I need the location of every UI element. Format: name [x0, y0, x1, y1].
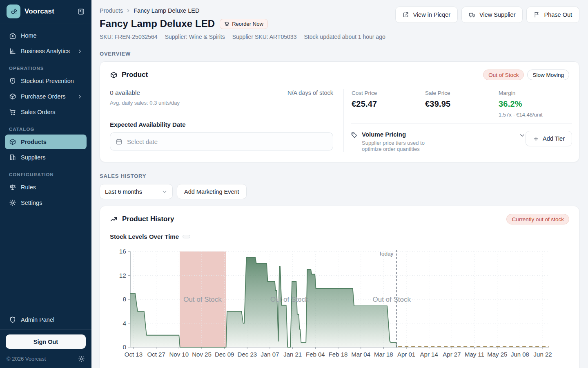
add-tier-button[interactable]: Add Tier: [526, 131, 572, 146]
chevron-right-icon: [77, 94, 82, 99]
chevron-right-icon: [77, 49, 82, 54]
volume-pricing-subtitle: Supplier price tiers used to optimize or…: [362, 140, 425, 152]
add-marketing-event-label: Add Marketing Event: [184, 188, 239, 195]
sidebar-item-rules[interactable]: Rules: [5, 180, 87, 195]
available-count: 0 available: [110, 89, 140, 96]
chart-title: Stock Levels Over Time: [110, 233, 179, 240]
view-supplier-label: View Supplier: [479, 11, 515, 18]
brand-name: Voorcast: [24, 7, 54, 16]
svg-text:Nov 10: Nov 10: [169, 351, 189, 358]
truck-icon: [469, 11, 476, 18]
sidebar-item-sales-orders[interactable]: Sales Orders: [5, 105, 87, 119]
svg-text:Jun 08: Jun 08: [511, 351, 529, 358]
volume-pricing-title: Volume Pricing: [362, 131, 406, 138]
svg-text:May 11: May 11: [465, 351, 484, 358]
expected-date-input[interactable]: Select date: [110, 132, 333, 150]
svg-text:12: 12: [119, 272, 126, 279]
svg-text:Mar 18: Mar 18: [374, 351, 393, 358]
sidebar-item-purchase-orders[interactable]: Purchase Orders: [5, 89, 87, 104]
package-icon: [110, 71, 118, 79]
reorder-now-badge[interactable]: Reorder Now: [220, 19, 268, 29]
svg-text:Feb 04: Feb 04: [306, 351, 325, 358]
svg-text:Jan 21: Jan 21: [283, 351, 302, 358]
voorcast-logo-icon: [7, 4, 20, 18]
svg-text:Today: Today: [379, 251, 393, 257]
time-range-select[interactable]: Last 6 months: [100, 184, 173, 199]
avg-daily-sales: Avg. daily sales: 0.3 units/day: [110, 100, 333, 106]
shield-icon: [9, 316, 16, 323]
sidebar-item-label: Settings: [21, 200, 42, 206]
add-marketing-event-button[interactable]: Add Marketing Event: [177, 184, 247, 199]
sidebar-item-label: Sales Orders: [21, 109, 56, 115]
external-link-icon: [403, 11, 409, 18]
date-input-placeholder: Select date: [127, 138, 158, 145]
svg-text:Out of Stock: Out of Stock: [183, 296, 222, 303]
sign-out-section: Sign Out: [0, 329, 91, 349]
sidebar-footer: © 2026 Voorcast: [0, 349, 91, 368]
breadcrumb-products-link[interactable]: Products: [100, 7, 123, 14]
sidebar-item-settings[interactable]: Settings: [5, 195, 87, 210]
sidebar-item-products[interactable]: Products: [5, 135, 87, 149]
svg-text:Feb 18: Feb 18: [329, 351, 348, 358]
expected-availability-label: Expected Availability Date: [110, 121, 333, 128]
sidebar-item-label: Stockout Prevention: [21, 78, 74, 84]
view-supplier-button[interactable]: View Supplier: [461, 7, 523, 23]
svg-text:Apr 01: Apr 01: [397, 351, 415, 358]
overview-section-label: OVERVIEW: [100, 51, 579, 57]
chevron-down-icon[interactable]: [519, 132, 526, 139]
admin-panel-label: Admin Panel: [21, 316, 54, 323]
tag-icon: [351, 132, 358, 139]
svg-text:May 25: May 25: [487, 351, 507, 358]
svg-text:Jan 07: Jan 07: [261, 351, 279, 358]
svg-text:16: 16: [119, 248, 126, 255]
sign-out-button[interactable]: Sign Out: [6, 334, 86, 349]
sidebar-item-label: Rules: [21, 184, 36, 191]
sidebar: Voorcast Home Business Analytics OPERATI…: [0, 0, 91, 368]
stock-levels-chart: 0481216Oct 13Oct 27Nov 10Nov 25Dec 09Dec…: [110, 246, 570, 364]
supplier-text: Supplier: Wine & Spirits: [165, 34, 225, 40]
svg-text:Nov 25: Nov 25: [192, 351, 212, 358]
svg-text:Mar 04: Mar 04: [351, 351, 370, 358]
calendar-icon: [116, 138, 122, 145]
sidebar-item-home[interactable]: Home: [5, 28, 87, 43]
margin-stat: Margin 36.2% 1.57x · €14.48/unit: [499, 90, 572, 118]
theme-toggle-sun-icon[interactable]: [78, 355, 85, 362]
svg-text:Jun 22: Jun 22: [534, 351, 552, 358]
view-in-picqer-button[interactable]: View in Picqer: [395, 7, 458, 23]
svg-text:4: 4: [122, 320, 126, 327]
sale-price-value: €39.95: [425, 99, 499, 109]
cost-price-value: €25.47: [352, 99, 425, 109]
cost-price-stat: Cost Price €25.47: [352, 90, 425, 118]
chart-mini-toggle[interactable]: [183, 235, 190, 238]
phase-out-label: Phase Out: [544, 11, 572, 18]
svg-text:Apr 14: Apr 14: [420, 351, 438, 358]
scale-icon: [9, 184, 16, 191]
sidebar-item-business-analytics[interactable]: Business Analytics: [5, 44, 87, 58]
sales-history-section-label: SALES HISTORY: [100, 173, 579, 179]
stock-chart-container: 0481216Oct 13Oct 27Nov 10Nov 25Dec 09Dec…: [110, 246, 569, 365]
supplier-sku-text: Supplier SKU: ART05033: [232, 34, 297, 40]
chevron-right-icon: [126, 8, 131, 13]
product-card-title: Product: [122, 71, 148, 79]
package-icon: [9, 93, 16, 100]
copyright-text: © 2026 Voorcast: [7, 356, 46, 362]
package-icon: [9, 138, 16, 146]
sidebar-item-suppliers[interactable]: Suppliers: [5, 150, 87, 165]
section-label-configuration: CONFIGURATION: [5, 166, 87, 180]
margin-value: 36.2%: [499, 99, 572, 109]
sidebar-item-admin-panel[interactable]: Admin Panel: [0, 312, 91, 329]
out-of-stock-badge: Out of Stock: [483, 70, 524, 80]
svg-text:0: 0: [122, 343, 126, 350]
flag-icon: [534, 11, 540, 18]
sidebar-item-stockout-prevention[interactable]: Stockout Prevention: [5, 74, 87, 88]
view-in-picqer-label: View in Picqer: [413, 11, 450, 18]
gear-icon: [9, 199, 16, 206]
svg-text:Oct 27: Oct 27: [147, 351, 165, 358]
cost-price-label: Cost Price: [352, 90, 425, 96]
svg-text:Oct 13: Oct 13: [125, 351, 143, 358]
phase-out-button[interactable]: Phase Out: [526, 7, 579, 23]
building-icon: [9, 154, 16, 161]
collapse-sidebar-icon[interactable]: [77, 8, 85, 16]
sidebar-item-label: Business Analytics: [21, 48, 70, 54]
main-content: Products Fancy Lamp Deluxe LED Fancy Lam…: [91, 0, 588, 368]
